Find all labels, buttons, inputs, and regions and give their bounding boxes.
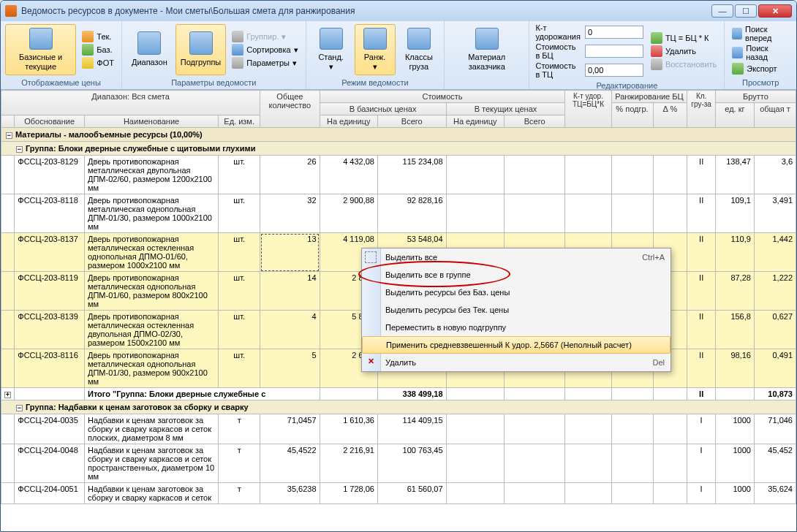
group-total-row[interactable]: +Итого "Группа: Блоки дверные служебные … — [1, 388, 796, 400]
cargo-classes-button[interactable]: Классы груза — [398, 24, 440, 75]
range-button[interactable]: Диапазон — [126, 24, 173, 75]
params-icon — [232, 57, 243, 69]
table-row[interactable]: ФССЦ-203-8129Дверь противопожарная метал… — [1, 156, 796, 194]
group-label — [449, 77, 524, 89]
restore-icon — [651, 58, 662, 70]
delete-button[interactable]: Удалить — [648, 45, 719, 58]
square-icon — [82, 31, 94, 42]
baz-checkbox[interactable]: Баз. — [79, 43, 117, 56]
material-icon — [475, 28, 499, 50]
hdr-cost[interactable]: Стоимость — [320, 91, 565, 103]
hdr-vsego1[interactable]: Всего — [377, 115, 446, 128]
subgroups-icon — [189, 31, 213, 55]
ribbon-group-params: Диапазон Подгруппы Группир. ▾ Сортировка… — [122, 21, 306, 89]
hdr-rang[interactable]: Ранжирование БЦ — [611, 91, 687, 103]
ctx-select-all[interactable]: Выделить всеCtrl+A — [362, 248, 671, 266]
context-menu: Выделить всеCtrl+A Выделить все в группе… — [361, 248, 671, 372]
ribbon-group-mode: Станд. ▾ Ранж. ▾ Классы груза Режим ведо… — [306, 21, 445, 89]
app-icon — [5, 5, 17, 17]
expand-icon[interactable]: + — [4, 392, 11, 398]
ribbon-group-edit: К-т удорожания Стоимость в БЦ Стоимость … — [529, 21, 725, 89]
params-button[interactable]: Параметры ▾ — [229, 56, 301, 69]
export-icon — [732, 63, 744, 75]
hdr-edkg[interactable]: ед. кг — [715, 103, 754, 128]
window-title: Ведомость ресурсов в документе - Мои сме… — [21, 6, 711, 16]
hdr-curr-prices[interactable]: В текущих ценах — [446, 103, 565, 115]
rang-icon — [363, 28, 387, 50]
close-button[interactable]: ✕ — [758, 4, 792, 18]
label: Базисные и текущие — [10, 53, 71, 72]
group-header-2[interactable]: −Группа: Надбавки к ценам заготовок за с… — [1, 400, 796, 414]
sort-button[interactable]: Сортировка ▾ — [229, 43, 301, 56]
ctx-select-no-tek[interactable]: Выделить ресурсы без Тек. цены — [362, 301, 671, 319]
collapse-icon[interactable]: − — [16, 146, 23, 153]
square-icon — [82, 44, 94, 56]
cost-tc-label: Стоимость в ТЦ — [535, 61, 580, 79]
hdr-qty[interactable]: Общее количество — [260, 91, 320, 128]
delete-icon: ✕ — [365, 357, 377, 368]
search-forward-button[interactable]: Поиск вперед — [729, 24, 792, 43]
table-row[interactable]: ФССЦ-203-8118Дверь противопожарная метал… — [1, 194, 796, 233]
hdr-naed2[interactable]: На единицу — [446, 115, 504, 128]
maximize-button[interactable]: ☐ — [735, 4, 757, 18]
section-materials[interactable]: −Материалы - малообъемные ресурсы (10,00… — [1, 128, 796, 142]
collapse-icon[interactable]: − — [6, 132, 12, 139]
standard-button[interactable]: Станд. ▾ — [311, 24, 352, 75]
ctx-move-subgroup[interactable]: Переместить в новую подгруппу — [362, 319, 671, 336]
ribbon: Базисные и текущие Тек. Баз. ФОТ Отображ… — [1, 21, 796, 90]
ribbon-group-material: Материал заказчика — [445, 21, 529, 89]
minimize-button[interactable]: — — [711, 4, 733, 18]
hdr-podgr[interactable]: % подгр. — [611, 103, 653, 128]
search-back-icon — [732, 47, 743, 58]
kudor-label: К-т удорожания — [535, 23, 580, 41]
group-label: Отображаемые цены — [5, 77, 117, 89]
hdr-class[interactable]: Кл. гру-за — [687, 91, 716, 128]
select-all-icon — [365, 251, 377, 263]
tek-checkbox[interactable]: Тек. — [79, 30, 117, 43]
square-icon — [82, 57, 94, 69]
range-icon — [137, 31, 161, 55]
hdr-brutto[interactable]: Брутто — [715, 91, 796, 103]
export-button[interactable]: Экспорт — [729, 62, 792, 75]
hdr-ed[interactable]: Ед. изм. — [219, 115, 260, 128]
group-label: Просмотр — [729, 77, 792, 89]
sort-icon — [232, 44, 243, 56]
calc-icon — [651, 32, 662, 44]
group-label: Параметры ведомости — [126, 77, 301, 89]
kudor-input[interactable] — [585, 26, 643, 39]
hdr-naim[interactable]: Наименование — [84, 115, 218, 128]
table-row[interactable]: ФССЦ-204-0048Надбавки к ценам заготовок … — [1, 444, 796, 483]
hdr-kudor[interactable]: К-т удор. ТЦ=БЦ*К — [565, 91, 611, 128]
cost-bc-label: Стоимость в БЦ — [535, 42, 580, 60]
group-label: Режим ведомости — [311, 77, 440, 89]
tc-bc-k-button[interactable]: ТЦ = БЦ * К — [648, 31, 719, 45]
hdr-obt[interactable]: общая т — [754, 103, 796, 128]
hdr-delta[interactable]: Δ % — [653, 103, 687, 128]
hdr-vsego2[interactable]: Всего — [504, 115, 564, 128]
base-current-prices-button[interactable]: Базисные и текущие — [5, 24, 76, 75]
ctx-apply-kudor[interactable]: Применить средневзвешенный К удор. 2,566… — [362, 336, 671, 354]
ribbon-group-view: Поиск вперед Поиск назад Экспорт Просмот… — [725, 21, 796, 89]
cost-bc-input[interactable] — [585, 45, 643, 58]
ctx-select-all-group[interactable]: Выделить все в группе — [362, 266, 671, 284]
ribbon-group-prices: Базисные и текущие Тек. Баз. ФОТ Отображ… — [1, 21, 122, 89]
hdr-naed1[interactable]: На единицу — [320, 115, 377, 128]
hdr-obosn[interactable]: Обоснование — [15, 115, 85, 128]
search-back-button[interactable]: Поиск назад — [729, 43, 792, 62]
class-icon — [407, 28, 431, 50]
fot-checkbox[interactable]: ФОТ — [79, 56, 117, 69]
table-row[interactable]: ФССЦ-204-0035Надбавки к ценам заготовок … — [1, 414, 796, 444]
group-header-1[interactable]: −Группа: Блоки дверные служебные с щитов… — [1, 142, 796, 156]
cost-tc-input[interactable] — [585, 64, 643, 77]
ctx-delete[interactable]: ✕ УдалитьDel — [362, 354, 671, 371]
collapse-icon[interactable]: − — [16, 405, 23, 411]
ctx-select-no-baz[interactable]: Выделить ресурсы без Баз. цены — [362, 284, 671, 301]
delete-icon — [651, 45, 662, 57]
ranging-button[interactable]: Ранж. ▾ — [355, 24, 396, 75]
hdr-base-prices[interactable]: В базисных ценах — [320, 103, 446, 115]
search-fwd-icon — [732, 28, 742, 39]
subgroups-button[interactable]: Подгруппы — [175, 24, 227, 75]
table-row[interactable]: ФССЦ-204-0051Надбавки к ценам заготовок … — [1, 483, 796, 504]
hdr-range[interactable]: Диапазон: Вся смета — [1, 91, 260, 115]
customer-material-button[interactable]: Материал заказчика — [449, 24, 524, 75]
